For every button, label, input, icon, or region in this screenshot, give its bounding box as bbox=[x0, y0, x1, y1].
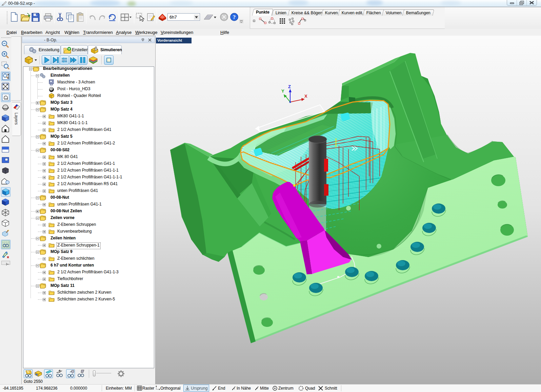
svg-text:Y: Y bbox=[281, 89, 284, 94]
svg-text:Z: Z bbox=[288, 84, 291, 89]
svg-text:?: ? bbox=[233, 14, 236, 20]
svg-text:X: X bbox=[304, 94, 307, 99]
